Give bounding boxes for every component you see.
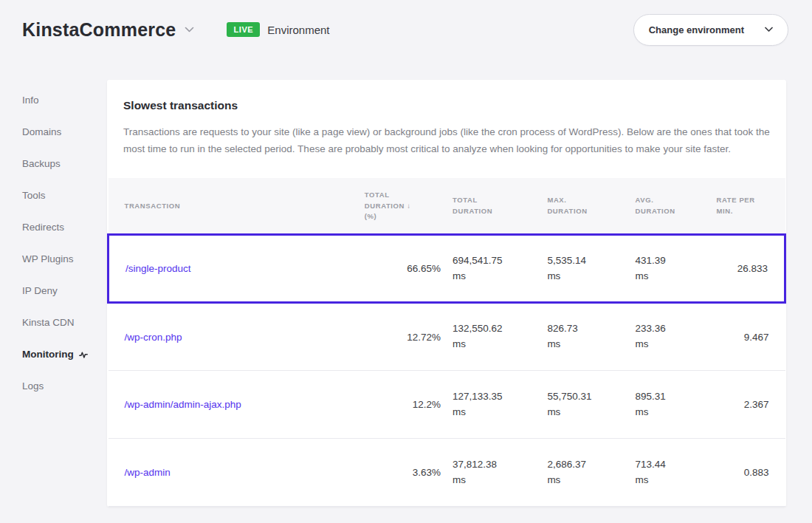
sidebar-item-label: Kinsta CDN [22,317,75,328]
change-environment-label: Change environment [649,24,744,35]
rate-per-min-cell: 0.883 [711,439,785,507]
duration-unit: ms [547,405,623,420]
transaction-cell: /wp-cron.php [109,303,359,371]
duration-value: 132,550.62 [453,321,535,337]
sidebar-item-tools[interactable]: Tools [22,190,107,201]
column-header-total-duration-pct[interactable]: TOTAL DURATION ↓ (%) [359,178,447,234]
transaction-cell: /single-product [109,235,359,303]
total-duration-cell: 127,133.35 ms [447,371,541,439]
card-header: Slowest transactions Transactions are re… [107,80,786,178]
sidebar: Info Domains Backups Tools Redirects WP … [0,80,107,412]
sidebar-item-label: IP Deny [22,285,58,296]
duration-value: 127,133.35 [453,389,535,405]
duration-unit: ms [547,473,623,488]
total-duration-pct-cell: 12.2% [359,371,447,439]
duration-unit: ms [453,337,535,352]
duration-unit: ms [453,473,535,488]
sidebar-item-domains[interactable]: Domains [22,126,107,137]
duration-unit: ms [636,337,705,352]
sidebar-item-label: Domains [22,126,61,137]
environment-indicator: LIVE Environment [227,22,329,37]
rate-per-min-cell: 26.833 [711,235,785,303]
duration-unit: ms [636,473,705,488]
card-description: Transactions are requests to your site (… [123,124,770,157]
transaction-link[interactable]: /wp-admin/admin-ajax.php [125,399,241,410]
site-chevron-down-icon[interactable] [185,27,194,33]
change-environment-button[interactable]: Change environment [633,14,788,46]
duration-unit: ms [453,405,535,420]
environment-label: Environment [267,24,329,36]
duration-value: 694,541.75 [453,253,535,269]
sidebar-item-label: Logs [22,380,44,392]
total-duration-pct-cell: 66.65% [359,235,447,303]
max-duration-cell: 5,535.14 ms [541,235,629,303]
rate-per-min-cell: 2.367 [711,371,785,439]
total-duration-pct-cell: 12.72% [359,303,447,371]
duration-value: 5,535.14 [547,253,623,269]
sidebar-item-label: Tools [22,190,46,201]
sidebar-item-label: Redirects [22,222,64,233]
table-row: /wp-admin/admin-ajax.php 12.2% 127,133.3… [109,371,785,439]
rate-per-min-cell: 9.467 [711,303,785,371]
total-duration-pct-cell: 3.63% [359,439,447,507]
sidebar-item-wp-plugins[interactable]: WP Plugins [22,253,107,264]
table-row: /wp-admin 3.63% 37,812.38 ms 2,686.37 ms… [109,439,785,507]
column-header-transaction: TRANSACTION [109,178,359,234]
sidebar-item-label: WP Plugins [22,253,74,264]
live-badge: LIVE [227,22,260,37]
sidebar-item-label: Backups [22,158,61,169]
avg-duration-cell: 895.31 ms [630,371,711,439]
transaction-link[interactable]: /wp-cron.php [125,332,182,343]
duration-unit: ms [636,269,705,284]
duration-value: 713.44 [636,457,705,473]
card-title: Slowest transactions [123,99,770,112]
sidebar-item-label: Info [22,95,39,106]
main-layout: Info Domains Backups Tools Redirects WP … [0,59,812,507]
avg-duration-cell: 431.39 ms [630,235,711,303]
sidebar-item-monitoring[interactable]: Monitoring [22,349,107,360]
max-duration-cell: 826.73 ms [541,303,629,371]
duration-value: 55,750.31 [547,389,623,405]
sidebar-item-logs[interactable]: Logs [22,380,107,392]
transaction-cell: /wp-admin [109,439,359,507]
avg-duration-cell: 233.36 ms [630,303,711,371]
column-header-avg-duration[interactable]: AVG. DURATION [630,178,711,234]
duration-unit: ms [453,269,535,284]
max-duration-cell: 2,686.37 ms [541,439,629,507]
table-row: /wp-cron.php 12.72% 132,550.62 ms 826.73… [109,303,785,371]
transaction-link[interactable]: /wp-admin [125,467,171,478]
duration-value: 2,686.37 [547,457,623,473]
table-head: TRANSACTION TOTAL DURATION ↓ (%) TOTAL D… [109,178,785,234]
max-duration-cell: 55,750.31 ms [541,371,629,439]
sidebar-item-info[interactable]: Info [22,95,107,106]
duration-value: 37,812.38 [453,457,535,473]
sidebar-item-kinsta-cdn[interactable]: Kinsta CDN [22,317,107,328]
table-row: /single-product 66.65% 694,541.75 ms 5,5… [109,235,785,303]
duration-value: 895.31 [636,389,705,405]
column-header-total-duration[interactable]: TOTAL DURATION [447,178,541,234]
duration-unit: ms [547,337,623,352]
top-header: KinstaCommerce LIVE Environment Change e… [0,0,812,59]
total-duration-cell: 132,550.62 ms [447,303,541,371]
sidebar-item-backups[interactable]: Backups [22,158,107,169]
transactions-body: /single-product 66.65% 694,541.75 ms 5,5… [109,235,785,507]
chevron-down-icon [765,27,773,33]
monitoring-pulse-icon [79,350,88,359]
total-duration-cell: 694,541.75 ms [447,235,541,303]
transactions-table: TRANSACTION TOTAL DURATION ↓ (%) TOTAL D… [107,178,786,507]
site-title: KinstaCommerce [22,19,176,41]
duration-unit: ms [636,405,705,420]
duration-value: 431.39 [636,253,705,269]
duration-value: 233.36 [636,321,705,337]
sidebar-item-ip-deny[interactable]: IP Deny [22,285,107,296]
slowest-transactions-card: Slowest transactions Transactions are re… [107,80,786,507]
transaction-link[interactable]: /single-product [125,263,191,274]
column-header-max-duration[interactable]: MAX. DURATION [541,178,629,234]
column-header-rate-per-min[interactable]: RATE PER MIN. [711,178,785,234]
duration-unit: ms [547,269,623,284]
total-duration-cell: 37,812.38 ms [447,439,541,507]
sidebar-item-redirects[interactable]: Redirects [22,222,107,233]
avg-duration-cell: 713.44 ms [630,439,711,507]
sidebar-item-label: Monitoring [22,349,74,360]
duration-value: 826.73 [547,321,623,337]
